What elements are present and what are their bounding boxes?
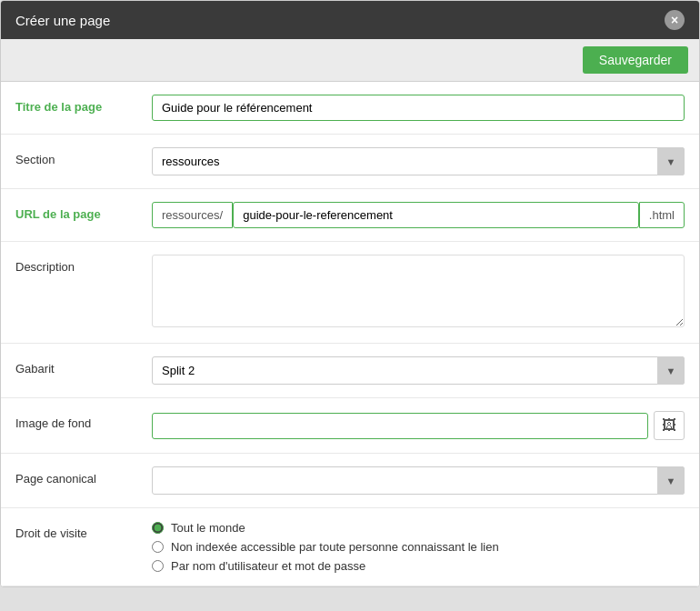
titre-row: Titre de la page: [1, 82, 699, 135]
section-label: Section: [15, 147, 152, 166]
visite-option-password[interactable]: Par nom d'utilisateur et mot de passe: [152, 559, 685, 573]
gabarit-label: Gabarit: [15, 356, 152, 376]
url-slug-input[interactable]: [233, 202, 639, 228]
canonical-select-wrapper: ▼: [152, 466, 685, 495]
description-control: [152, 255, 685, 330]
titre-control: [152, 95, 685, 121]
url-label: URL de la page: [15, 202, 152, 221]
section-select-wrapper: ressources ▼: [152, 147, 685, 175]
url-suffix: .html: [639, 202, 685, 228]
canonical-row: Page canonical ▼: [1, 454, 699, 508]
visite-radio-group: Tout le monde Non indexée accessible par…: [152, 521, 685, 573]
visite-label: Droit de visite: [15, 521, 152, 540]
canonical-label: Page canonical: [15, 466, 152, 486]
visite-option-link-label: Non indexée accessible par toute personn…: [171, 540, 499, 554]
create-page-modal: Créer une page × Sauvegarder Titre de la…: [0, 0, 700, 587]
image-browse-icon: 🖼: [662, 417, 676, 434]
form-body: Titre de la page Section ressources ▼ UR…: [1, 82, 699, 586]
description-label: Description: [15, 255, 152, 274]
url-row: URL de la page ressources/ .html: [1, 189, 699, 242]
gabarit-row: Gabarit Split 2 ▼: [1, 344, 699, 398]
visite-radio-link[interactable]: [152, 541, 164, 553]
visite-option-password-label: Par nom d'utilisateur et mot de passe: [171, 559, 365, 573]
image-label: Image de fond: [15, 411, 152, 430]
description-row: Description: [1, 242, 699, 344]
image-browse-button[interactable]: 🖼: [654, 411, 685, 440]
section-row: Section ressources ▼: [1, 135, 699, 189]
image-control: 🖼: [152, 411, 685, 440]
description-textarea[interactable]: [152, 255, 685, 327]
gabarit-select[interactable]: Split 2: [152, 356, 685, 385]
visite-radio-all[interactable]: [152, 522, 164, 534]
modal-title: Créer une page: [15, 13, 110, 28]
save-button[interactable]: Sauvegarder: [583, 46, 688, 74]
toolbar: Sauvegarder: [1, 39, 699, 82]
canonical-select[interactable]: [152, 466, 685, 495]
section-select[interactable]: ressources: [152, 147, 685, 175]
visite-option-all[interactable]: Tout le monde: [152, 521, 685, 535]
visite-radio-password[interactable]: [152, 560, 164, 572]
close-button[interactable]: ×: [665, 10, 685, 30]
visite-row: Droit de visite Tout le monde Non indexé…: [1, 508, 699, 586]
titre-input[interactable]: [152, 95, 685, 121]
visite-option-all-label: Tout le monde: [171, 521, 245, 535]
url-prefix: ressources/: [152, 202, 233, 228]
image-row-inner: 🖼: [152, 411, 685, 440]
titre-label: Titre de la page: [15, 95, 152, 114]
modal-header: Créer une page ×: [1, 1, 699, 39]
url-parts: ressources/ .html: [152, 202, 685, 228]
canonical-control: ▼: [152, 466, 685, 495]
visite-option-link[interactable]: Non indexée accessible par toute personn…: [152, 540, 685, 554]
image-input[interactable]: [152, 413, 648, 439]
image-row: Image de fond 🖼: [1, 398, 699, 454]
section-control: ressources ▼: [152, 147, 685, 175]
url-control: ressources/ .html: [152, 202, 685, 228]
visite-control: Tout le monde Non indexée accessible par…: [152, 521, 685, 573]
gabarit-select-wrapper: Split 2 ▼: [152, 356, 685, 385]
gabarit-control: Split 2 ▼: [152, 356, 685, 385]
